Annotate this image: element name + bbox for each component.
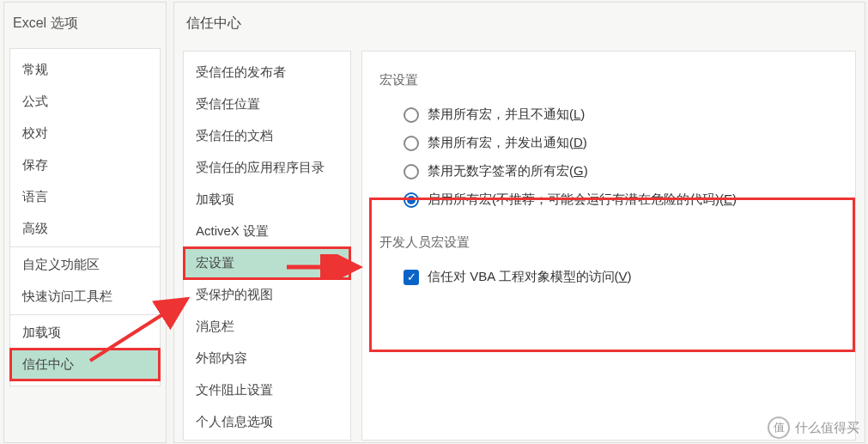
- options-category-item[interactable]: 校对: [10, 118, 160, 149]
- options-category-item[interactable]: 快速访问工具栏: [10, 281, 160, 313]
- options-category-item[interactable]: 语言: [10, 181, 160, 213]
- radio-checked-icon: [404, 192, 419, 208]
- options-category-item[interactable]: 公式: [10, 86, 160, 118]
- trust-center-category-item[interactable]: 外部内容: [184, 343, 350, 374]
- excel-options-category-list: 常规公式校对保存语言高级自定义功能区快速访问工具栏加载项信任中心: [9, 48, 161, 386]
- watermark-text: 什么值得买: [795, 420, 859, 436]
- macro-setting-radio-option[interactable]: 启用所有宏(不推荐；可能会运行有潜在危险的代码)(E): [379, 186, 838, 214]
- options-category-item[interactable]: 常规: [10, 54, 160, 86]
- radio-label: 禁用所有宏，并且不通知(L): [428, 106, 585, 123]
- trust-center-category-item[interactable]: 受信任的发布者: [184, 57, 350, 88]
- watermark: 值 什么值得买: [768, 417, 859, 439]
- trust-vba-checkbox-row[interactable]: ✓ 信任对 VBA 工程对象模型的访问(V): [379, 263, 838, 291]
- excel-options-dialog: Excel 选项 常规公式校对保存语言高级自定义功能区快速访问工具栏加载项信任中…: [3, 2, 167, 443]
- radio-unchecked-icon: [404, 164, 419, 179]
- trust-center-category-item[interactable]: 受信任位置: [184, 88, 350, 120]
- macro-settings-radio-group: 禁用所有宏，并且不通知(L)禁用所有宏，并发出通知(D)禁用无数字签署的所有宏(…: [379, 100, 838, 214]
- macro-setting-radio-option[interactable]: 禁用所有宏，并发出通知(D): [379, 129, 838, 157]
- macro-settings-pane: 宏设置 禁用所有宏，并且不通知(L)禁用所有宏，并发出通知(D)禁用无数字签署的…: [361, 51, 856, 441]
- macro-setting-radio-option[interactable]: 禁用所有宏，并且不通知(L): [379, 100, 838, 129]
- excel-options-title: Excel 选项: [4, 3, 166, 48]
- developer-macro-section-title: 开发人员宏设置: [379, 229, 838, 263]
- trust-center-category-item[interactable]: 加载项: [184, 184, 350, 216]
- trust-center-category-list: 受信任的发布者受信任位置受信任的文档受信任的应用程序目录加载项ActiveX 设…: [183, 51, 351, 441]
- options-category-item[interactable]: 保存: [10, 149, 160, 181]
- trust-center-category-item[interactable]: 个人信息选项: [184, 406, 350, 438]
- trust-center-dialog: 信任中心 受信任的发布者受信任位置受信任的文档受信任的应用程序目录加载项Acti…: [173, 2, 865, 443]
- options-category-item[interactable]: 自定义功能区: [10, 249, 160, 281]
- macro-settings-section-title: 宏设置: [379, 67, 838, 100]
- divider: [10, 246, 160, 247]
- radio-label: 禁用所有宏，并发出通知(D): [428, 135, 587, 151]
- trust-vba-label: 信任对 VBA 工程对象模型的访问(V): [428, 269, 632, 285]
- trust-center-category-macro-settings[interactable]: 宏设置: [184, 247, 350, 279]
- radio-unchecked-icon: [404, 136, 419, 151]
- radio-unchecked-icon: [404, 107, 419, 123]
- checkbox-checked-icon: ✓: [404, 270, 419, 285]
- options-category-item[interactable]: 高级: [10, 213, 160, 245]
- watermark-badge-icon: 值: [768, 417, 790, 439]
- trust-center-title: 信任中心: [174, 3, 865, 48]
- options-category-item[interactable]: 加载项: [10, 317, 160, 349]
- trust-center-category-item[interactable]: 文件阻止设置: [184, 374, 350, 406]
- radio-label: 禁用无数字签署的所有宏(G): [428, 163, 588, 179]
- trust-center-category-item[interactable]: ActiveX 设置: [184, 216, 350, 247]
- radio-label: 启用所有宏(不推荐；可能会运行有潜在危险的代码)(E): [428, 192, 737, 208]
- trust-center-category-item[interactable]: 受保护的视图: [184, 279, 350, 311]
- divider: [10, 314, 160, 315]
- trust-center-category-item[interactable]: 受信任的文档: [184, 120, 350, 152]
- trust-center-category-item[interactable]: 受信任的应用程序目录: [184, 152, 350, 184]
- macro-setting-radio-option[interactable]: 禁用无数字签署的所有宏(G): [379, 157, 838, 186]
- trust-center-category-item[interactable]: 消息栏: [184, 311, 350, 343]
- options-category-trust-center[interactable]: 信任中心: [10, 349, 160, 380]
